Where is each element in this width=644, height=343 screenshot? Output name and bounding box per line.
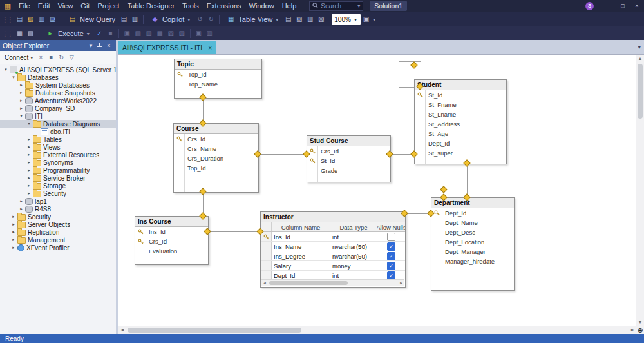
results-file-icon[interactable]: ▥ xyxy=(144,28,155,39)
table-title[interactable]: Student xyxy=(415,80,506,90)
expand-arrow-icon[interactable]: ▸ xyxy=(18,90,24,95)
save-all-icon[interactable]: ▨ xyxy=(47,14,58,24)
expand-arrow-icon[interactable]: ▸ xyxy=(26,152,32,157)
add-relationship-icon[interactable]: ▧ xyxy=(294,14,305,24)
table-title[interactable]: Stud Course xyxy=(307,136,390,146)
column-row[interactable]: Manager_hiredate xyxy=(431,257,514,266)
column-row[interactable]: St_Id xyxy=(307,156,390,166)
grid-h-scrollbar[interactable]: ◄► xyxy=(261,279,404,286)
tree-item-ali-sqlexpress-sql-server-16-0-1000-al[interactable]: ▾ALI\SQLEXPRESS (SQL Server 16.0.1000 - … xyxy=(0,66,116,74)
column-row[interactable]: Ins_Id xyxy=(135,227,208,237)
diagram-table-topic[interactable]: TopicTop_IdTop_Name xyxy=(174,59,262,99)
solution-label[interactable]: Solution1 xyxy=(370,1,407,11)
open-file-icon[interactable]: ▧ xyxy=(25,14,36,24)
pin-icon[interactable] xyxy=(95,42,104,50)
column-row[interactable]: Top_Id xyxy=(175,70,261,79)
column-name-cell[interactable]: Salary xyxy=(272,261,330,270)
tree-item-company-sd[interactable]: ▸Company_SD xyxy=(0,104,116,112)
toolbar-drag-handle[interactable]: ⋮⋮ xyxy=(0,16,14,23)
cancel-query-icon[interactable]: ■ xyxy=(105,28,116,39)
new-file-icon[interactable]: ▤ xyxy=(14,14,25,24)
diagram-table-student[interactable]: StudentSt_IdSt_FnameSt_LnameSt_AddressSt… xyxy=(414,79,507,164)
data-type-cell[interactable]: nvarchar(50) xyxy=(330,251,377,260)
relationship-line[interactable] xyxy=(207,231,260,232)
allow-nulls-checkbox[interactable]: ✓ xyxy=(387,242,395,251)
table-title[interactable]: Course xyxy=(174,124,258,134)
tab-database-diagram[interactable]: Alil\SQLEXPRESS.ITI - ITI × xyxy=(118,41,216,54)
grid-row[interactable]: Salarymoney✓ xyxy=(261,261,405,271)
tree-item-server-objects[interactable]: ▸Server Objects xyxy=(0,220,116,228)
tree-item-lap1[interactable]: ▸lap1 xyxy=(0,197,116,205)
scroll-left-icon[interactable]: ◄ xyxy=(118,326,126,334)
grid-row[interactable]: Ins_Idint xyxy=(261,232,405,242)
expand-arrow-icon[interactable]: ▾ xyxy=(18,113,24,119)
menu-item-project[interactable]: Project xyxy=(93,0,123,12)
tree-item-service-broker[interactable]: ▸Service Broker xyxy=(0,174,116,182)
connect-button[interactable]: Connect ▾ xyxy=(3,54,35,61)
tree-item-iti[interactable]: ▾ITI xyxy=(0,112,116,120)
scroll-down-icon[interactable]: ▼ xyxy=(636,318,644,326)
column-row[interactable]: St_super xyxy=(415,148,506,158)
disconnect-icon[interactable]: × xyxy=(36,54,45,61)
column-row[interactable]: Crs_Id xyxy=(307,146,390,156)
filter-icon[interactable]: ▽ xyxy=(67,54,76,61)
diagram-table-department[interactable]: DepartmentDept_IdDept_NameDept_DescDept_… xyxy=(431,197,515,291)
expand-arrow-icon[interactable]: ▸ xyxy=(26,191,32,196)
expand-arrow-icon[interactable]: ▸ xyxy=(26,175,32,181)
allow-nulls-checkbox[interactable]: ✓ xyxy=(387,271,395,280)
expand-arrow-icon[interactable]: ▸ xyxy=(10,230,17,235)
available-databases-icon[interactable]: ▦ xyxy=(14,28,25,39)
data-type-cell[interactable]: nvarchar(50) xyxy=(330,242,377,251)
tree-item-database-snapshots[interactable]: ▸Database Snapshots xyxy=(0,89,116,97)
maximize-button[interactable]: □ xyxy=(616,0,630,12)
column-row[interactable]: Crs_Id xyxy=(174,134,258,144)
undo-icon[interactable]: ↺ xyxy=(194,14,205,24)
tree-item-programmability[interactable]: ▸Programmability xyxy=(0,166,116,174)
tree-item-management[interactable]: ▸Management xyxy=(0,236,116,244)
new-query-button[interactable]: ▤ New Query xyxy=(64,13,118,26)
pan-button[interactable]: ⊕ xyxy=(636,326,644,334)
manage-indexes-icon[interactable]: ▥ xyxy=(305,14,316,24)
scroll-thumb[interactable] xyxy=(269,281,348,285)
tree-item-views[interactable]: ▸Views xyxy=(0,143,116,151)
indent-icon[interactable]: ▨ xyxy=(176,28,187,39)
allow-nulls-checkbox[interactable] xyxy=(387,233,395,241)
column-row[interactable]: Crs_Name xyxy=(174,144,258,153)
expand-arrow-icon[interactable]: ▸ xyxy=(10,214,17,219)
scroll-left-icon[interactable]: ◄ xyxy=(261,281,268,285)
horizontal-scrollbar[interactable]: ◄ ► xyxy=(118,326,636,334)
search-box[interactable]: Search ▾ xyxy=(309,1,363,11)
column-row[interactable]: Top_Name xyxy=(175,79,261,89)
toolbar-drag-handle[interactable]: ⋮⋮ xyxy=(0,30,14,37)
redo-icon[interactable]: ↻ xyxy=(205,14,216,24)
debug-icon[interactable]: ▥ xyxy=(204,28,215,39)
diagram-table-ins-course[interactable]: Ins CourseIns_IdCrs_IdEvaluation xyxy=(135,216,209,265)
tree-item-tables[interactable]: ▸Tables xyxy=(0,135,116,143)
stop-icon[interactable]: ■ xyxy=(46,54,55,61)
relationship-line[interactable] xyxy=(258,154,307,155)
menu-item-window[interactable]: Window xyxy=(245,0,278,12)
tree-item-adventureworks2022[interactable]: ▸AdventureWorks2022 xyxy=(0,97,116,104)
column-row[interactable]: Evaluation xyxy=(135,246,208,256)
scroll-right-icon[interactable]: ► xyxy=(629,326,636,334)
copilot-button[interactable]: ◆ Copilot ▾ xyxy=(146,13,194,26)
column-name-cell[interactable]: Ins_Id xyxy=(272,232,330,241)
diagram-table-instructor[interactable]: InstructorColumn NameData TypeAllow Null… xyxy=(260,211,406,288)
execute-button[interactable]: ► Execute ▾ xyxy=(42,27,94,40)
expand-arrow-icon[interactable]: ▸ xyxy=(18,199,24,204)
tree-item-security[interactable]: ▸Security xyxy=(0,190,116,197)
column-row[interactable]: Dept_Id xyxy=(415,139,506,148)
menu-item-view[interactable]: View xyxy=(54,0,77,12)
expand-arrow-icon[interactable]: ▾ xyxy=(26,121,32,126)
table-title[interactable]: Ins Course xyxy=(135,217,208,227)
horizontal-scroll-thumb[interactable] xyxy=(128,328,301,333)
column-row[interactable]: Dept_Location xyxy=(431,237,514,247)
data-type-cell[interactable]: int xyxy=(330,271,377,280)
scroll-right-icon[interactable]: ► xyxy=(398,281,404,285)
vertical-scroll-thumb[interactable] xyxy=(638,64,643,119)
tree-item-dbo-iti[interactable]: dbo.ITI xyxy=(0,128,116,135)
column-row[interactable]: Dept_Name xyxy=(431,218,514,228)
toolbar-overflow-icon[interactable]: ▾ xyxy=(372,17,377,23)
column-row[interactable]: Dept_Manager xyxy=(431,247,514,257)
column-row[interactable]: Dept_Desc xyxy=(431,228,514,237)
